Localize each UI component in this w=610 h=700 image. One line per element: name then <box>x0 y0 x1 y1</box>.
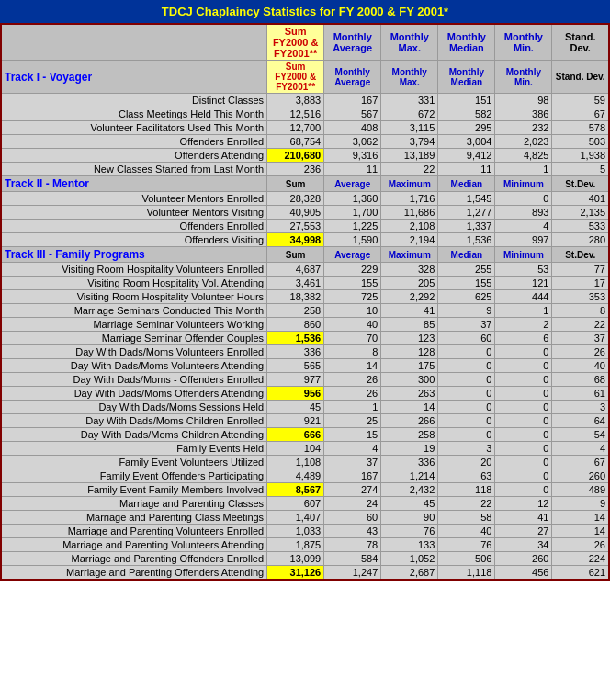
row-value: 578 <box>552 121 609 135</box>
row-value: 14 <box>324 359 381 373</box>
table-row: Family Events Held104419304 <box>1 442 609 456</box>
table-row: Volunteer Mentors Visiting40,9051,70011,… <box>1 206 609 220</box>
table-row: Day With Dads/Moms Volunteers Enrolled33… <box>1 345 609 359</box>
row-value: 3,794 <box>381 135 438 149</box>
row-value: 408 <box>324 121 381 135</box>
row-value: 90 <box>381 511 438 525</box>
table-row: Offenders Enrolled68,7543,0623,7943,0042… <box>1 135 609 149</box>
row-label: Marriage Seminar Volunteers Working <box>1 318 267 332</box>
row-value: 533 <box>552 220 609 233</box>
row-value: 1 <box>495 163 552 176</box>
track-label: Track III - Family Programs <box>1 247 267 263</box>
row-value: 1,536 <box>267 332 324 345</box>
row-value: 19 <box>381 442 438 456</box>
track-col-header: Sum <box>267 176 324 192</box>
table-row: Family Event Offenders Participating4,48… <box>1 469 609 483</box>
row-value: 61 <box>552 387 609 401</box>
row-value: 63 <box>438 469 495 483</box>
row-value: 27 <box>495 525 552 538</box>
row-value: 401 <box>552 192 609 206</box>
col-header-max: Monthly Max. <box>381 24 438 61</box>
row-label: Marriage and Parenting Offenders Attendi… <box>1 566 267 581</box>
row-value: 64 <box>552 414 609 428</box>
row-value: 26 <box>552 538 609 552</box>
track-col-header: St.Dev. <box>552 176 609 192</box>
row-value: 40,905 <box>267 206 324 220</box>
row-value: 12 <box>495 497 552 511</box>
row-label: Marriage and Parenting Class Meetings <box>1 511 267 525</box>
row-value: 9,412 <box>438 149 495 163</box>
row-value: 224 <box>552 552 609 566</box>
row-value: 53 <box>495 263 552 277</box>
row-value: 40 <box>552 359 609 373</box>
track-col-header: Minimum <box>495 247 552 263</box>
col-header-label <box>1 24 267 61</box>
row-label: Marriage Seminar Offender Couples <box>1 332 267 345</box>
row-label: Family Event Offenders Participating <box>1 469 267 483</box>
row-value: 258 <box>381 428 438 442</box>
row-value: 60 <box>438 332 495 345</box>
row-value: 27,553 <box>267 220 324 233</box>
row-value: 0 <box>495 192 552 206</box>
row-value: 1,108 <box>267 456 324 469</box>
track-col-header: Monthly Average <box>324 61 381 94</box>
table-row: Marriage and Parenting Class Meetings1,4… <box>1 511 609 525</box>
track-col-header: Minimum <box>495 176 552 192</box>
row-value: 2,108 <box>381 220 438 233</box>
col-header-sum: Sum FY2000 & FY2001** <box>267 24 324 61</box>
row-value: 12,700 <box>267 121 324 135</box>
table-row: Distinct Classes3,8831673311519859 <box>1 94 609 107</box>
row-value: 85 <box>381 318 438 332</box>
row-label: Day With Dads/Moms Sessions Held <box>1 401 267 414</box>
row-value: 210,680 <box>267 149 324 163</box>
row-value: 1,247 <box>324 566 381 581</box>
row-value: 353 <box>552 290 609 304</box>
row-label: Volunteer Facilitators Used This Month <box>1 121 267 135</box>
row-value: 41 <box>495 511 552 525</box>
row-label: Visiting Room Hospitality Vol. Attending <box>1 277 267 290</box>
row-value: 15 <box>324 428 381 442</box>
row-value: 1,700 <box>324 206 381 220</box>
row-value: 76 <box>381 525 438 538</box>
track-col-header: Monthly Median <box>438 61 495 94</box>
table-row: Day With Dads/Moms Sessions Held45114003 <box>1 401 609 414</box>
track-col-header: Average <box>324 247 381 263</box>
row-value: 41 <box>381 304 438 318</box>
row-value: 0 <box>438 345 495 359</box>
row-value: 300 <box>381 373 438 387</box>
track-col-header: Median <box>438 176 495 192</box>
row-value: 0 <box>495 428 552 442</box>
row-value: 12,516 <box>267 107 324 121</box>
row-value: 13,189 <box>381 149 438 163</box>
track-label: Track II - Mentor <box>1 176 267 192</box>
row-value: 1,590 <box>324 233 381 247</box>
row-value: 70 <box>324 332 381 345</box>
table-row: Class Meetings Held This Month12,5165676… <box>1 107 609 121</box>
row-value: 274 <box>324 483 381 497</box>
row-value: 4,489 <box>267 469 324 483</box>
row-value: 3,062 <box>324 135 381 149</box>
table-row: Offenders Attending210,6809,31613,1899,4… <box>1 149 609 163</box>
row-value: 1,118 <box>438 566 495 581</box>
row-value: 567 <box>324 107 381 121</box>
row-label: Day With Dads/Moms Volunteers Attending <box>1 359 267 373</box>
row-value: 37 <box>438 318 495 332</box>
row-value: 0 <box>495 373 552 387</box>
row-value: 1,938 <box>552 149 609 163</box>
row-value: 24 <box>324 497 381 511</box>
row-value: 503 <box>552 135 609 149</box>
track-sum-header: Sum FY2000 & FY2001** <box>267 61 324 94</box>
row-value: 893 <box>495 206 552 220</box>
row-value: 22 <box>552 318 609 332</box>
row-value: 0 <box>495 387 552 401</box>
row-value: 584 <box>324 552 381 566</box>
row-value: 956 <box>267 387 324 401</box>
track-col-header: Monthly Min. <box>495 61 552 94</box>
table-row: New Classes Started from Last Month23611… <box>1 163 609 176</box>
table-row: Marriage and Parenting Offenders Enrolle… <box>1 552 609 566</box>
row-value: 1,875 <box>267 538 324 552</box>
table-row: Marriage Seminar Offender Couples1,53670… <box>1 332 609 345</box>
row-label: Offenders Visiting <box>1 233 267 247</box>
table-body: Track I - VoyagerSum FY2000 & FY2001**Mo… <box>1 61 609 581</box>
row-value: 11 <box>324 163 381 176</box>
